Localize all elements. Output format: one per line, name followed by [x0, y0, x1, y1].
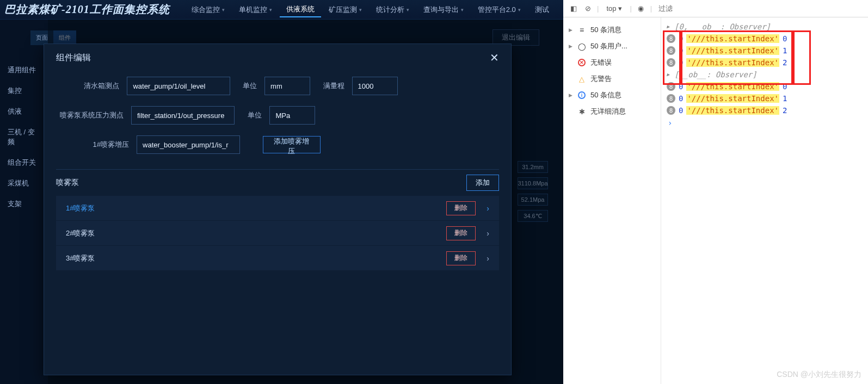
highlighted-text: '///this.startIndex'	[686, 58, 779, 67]
highlighted-text: '///this.startIndex'	[686, 82, 779, 91]
highlighted-text: '///this.startIndex'	[686, 46, 779, 55]
count-badge: 8	[667, 58, 675, 67]
component-sidebar: 通用组件 集控 供液 三机 / 变频 组合开关 采煤机 支架	[0, 60, 48, 214]
count-badge: 8	[667, 106, 675, 115]
delete-button[interactable]: 删除	[446, 201, 476, 215]
log-line[interactable]: 80'///this.startIndex'1	[663, 45, 866, 57]
bug-icon: ✱	[577, 108, 586, 116]
error-icon: ✕	[578, 59, 586, 66]
pump-list: 1#喷雾泵 删除 › 2#喷雾泵 删除 › 3#喷雾泵 删	[56, 196, 499, 271]
topbar: 巴拉素煤矿-2101工作面集控系统 综合监控▾ 单机监控▾ 供液系统 矿压监测▾…	[0, 0, 563, 20]
sidebar-item[interactable]: 集控	[0, 80, 48, 101]
eye-icon[interactable]: ◉	[636, 4, 646, 14]
delete-button[interactable]: 删除	[446, 251, 476, 265]
list-icon: ≡	[577, 26, 586, 34]
log-line[interactable]: 80'///this.startIndex'0	[663, 80, 866, 92]
count-badge: 8	[667, 82, 675, 91]
component-edit-modal: 组件编辑 ✕ 清水箱测点 单位 满量程 喷雾泵系统压力测点 单位 1#喷雾增压 …	[44, 44, 512, 375]
console-sidebar: ▶≡50 条消息 ▶◯50 条用户... ✕无错误 △无警告 ▶i50 条信息 …	[563, 17, 661, 384]
chevron-down-icon: ▾	[461, 7, 464, 13]
caret-icon: ▶	[667, 72, 671, 77]
sidebar-item[interactable]: 支架	[0, 194, 48, 214]
list-item[interactable]: 2#喷雾泵 删除 ›	[56, 221, 499, 246]
sidebar-item[interactable]: 供液	[0, 101, 48, 122]
field-label: 1#喷雾增压	[44, 140, 129, 150]
console-log: ▶[0, __ob__: Observer] 80'///this.startI…	[661, 17, 868, 384]
unit-label: 单位	[238, 81, 257, 91]
chevron-down-icon: ▾	[222, 7, 225, 13]
chevron-right-icon: ›	[487, 254, 489, 263]
chevron-down-icon: ▾	[518, 7, 521, 13]
form-row-1: 清水箱测点 单位 满量程	[44, 71, 511, 101]
app-title: 巴拉素煤矿-2101工作面集控系统	[4, 2, 170, 17]
devtools-toolbar: ◧ ⊘ | top ▾ | ◉ |	[563, 0, 868, 17]
info-icon: i	[578, 91, 586, 99]
highlighted-text: '///this.startIndex'	[686, 106, 779, 115]
range-label: 满量程	[318, 81, 344, 91]
sidebar-item[interactable]: 通用组件	[0, 60, 48, 80]
log-line[interactable]: 80'///this.startIndex'1	[663, 92, 866, 104]
chevron-down-icon: ▾	[269, 7, 272, 13]
modal-title: 组件编辑	[56, 52, 91, 64]
pressure-point-input[interactable]	[131, 106, 235, 125]
sidebar-warnings[interactable]: △无警告	[563, 71, 661, 87]
add-booster-button[interactable]: 添加喷雾增压	[263, 136, 321, 153]
nav-item-0[interactable]: 综合监控▾	[185, 2, 231, 17]
booster-point-input[interactable]	[137, 135, 240, 154]
warning-icon: △	[577, 75, 586, 83]
nav-item-7[interactable]: 测试	[528, 2, 556, 17]
console-prompt-icon[interactable]: ›	[663, 116, 866, 129]
add-pump-button[interactable]: 添加	[466, 175, 499, 191]
close-icon[interactable]: ✕	[490, 51, 499, 64]
section-title: 喷雾泵	[56, 178, 79, 188]
count-badge: 8	[667, 94, 675, 103]
nav-item-2[interactable]: 供液系统	[280, 2, 321, 17]
sidebar-item[interactable]: 组合开关	[0, 152, 48, 173]
list-item-label: 1#喷雾泵	[66, 203, 95, 213]
unit-label: 单位	[242, 110, 262, 120]
sidebar-messages[interactable]: ▶≡50 条消息	[563, 22, 661, 38]
nav-item-3[interactable]: 矿压监测▾	[322, 2, 368, 17]
log-line[interactable]: 80'///this.startIndex'2	[663, 57, 866, 69]
sidebar-verbose[interactable]: ✱无详细消息	[563, 103, 661, 120]
devtools-panel: ◧ ⊘ | top ▾ | ◉ | ▶≡50 条消息 ▶◯50 条用户... ✕…	[563, 0, 868, 384]
count-badge: 8	[667, 46, 675, 55]
field-label: 喷雾泵系统压力测点	[44, 110, 124, 120]
nav-item-5[interactable]: 查询与导出▾	[417, 2, 470, 17]
highlighted-text: '///this.startIndex'	[686, 94, 779, 103]
sidebar-user[interactable]: ▶◯50 条用户...	[563, 38, 661, 54]
sidebar-errors[interactable]: ✕无错误	[563, 54, 661, 71]
chevron-down-icon: ▾	[618, 4, 622, 13]
unit-input[interactable]	[269, 106, 315, 125]
nav-item-6[interactable]: 管控平台2.0▾	[471, 2, 527, 17]
delete-button[interactable]: 删除	[446, 226, 476, 240]
chevron-right-icon: ›	[487, 229, 489, 238]
chevron-down-icon: ▾	[359, 7, 362, 13]
unit-input[interactable]	[264, 77, 310, 95]
range-input[interactable]	[352, 77, 398, 95]
caret-icon: ▶	[667, 24, 671, 29]
nav-item-1[interactable]: 单机监控▾	[232, 2, 279, 17]
sidebar-item[interactable]: 三机 / 变频	[0, 122, 48, 152]
field-label: 清水箱测点	[44, 81, 119, 91]
user-icon: ◯	[577, 42, 586, 51]
log-line[interactable]: 80'///this.startIndex'0	[663, 33, 866, 45]
list-item-label: 3#喷雾泵	[66, 253, 95, 263]
list-item[interactable]: 3#喷雾泵 删除 ›	[56, 246, 499, 271]
form-row-2: 喷雾泵系统压力测点 单位	[44, 101, 511, 130]
filter-input[interactable]	[656, 2, 863, 15]
highlighted-text: '///this.startIndex'	[686, 34, 779, 43]
log-line[interactable]: 80'///this.startIndex'2	[663, 104, 866, 116]
list-item-label: 2#喷雾泵	[66, 228, 95, 238]
water-point-input[interactable]	[127, 77, 230, 95]
sidebar-toggle-icon[interactable]: ◧	[569, 4, 578, 14]
context-selector[interactable]: top ▾	[603, 3, 625, 14]
sidebar-item[interactable]: 采煤机	[0, 173, 48, 194]
pump-section: 喷雾泵 添加 1#喷雾泵 删除 › 2#喷雾泵 删除 ›	[56, 169, 499, 271]
clear-console-icon[interactable]: ⊘	[583, 4, 593, 14]
nav-item-4[interactable]: 统计分析▾	[370, 2, 416, 17]
log-line[interactable]: ▶[0, __ob__: Observer]	[663, 21, 866, 33]
sidebar-info[interactable]: ▶i50 条信息	[563, 87, 661, 103]
log-line[interactable]: ▶[__ob__: Observer]	[663, 69, 866, 80]
list-item[interactable]: 1#喷雾泵 删除 ›	[56, 196, 499, 221]
